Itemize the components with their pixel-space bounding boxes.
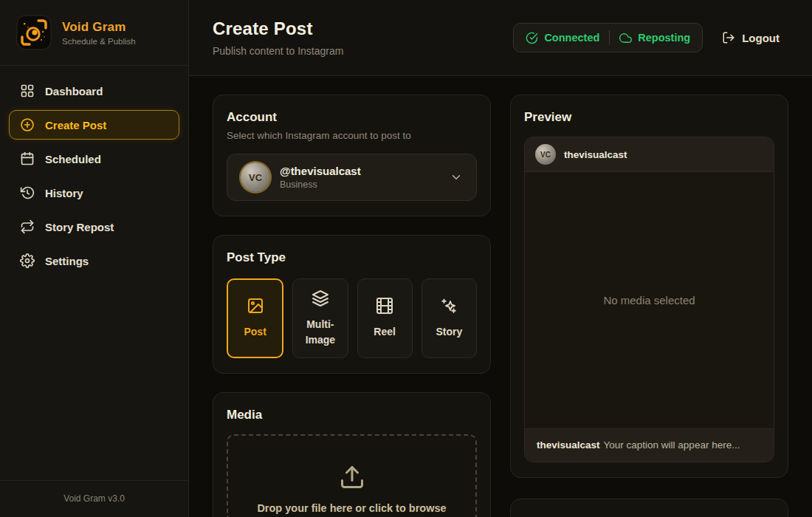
sidebar-item-history[interactable]: History [9, 178, 179, 208]
sidebar-item-scheduled[interactable]: Scheduled [9, 144, 179, 174]
image-icon [247, 297, 264, 315]
sidebar-item-label: Story Repost [45, 221, 114, 233]
app-tagline: Schedule & Publish [62, 37, 136, 46]
media-dropzone[interactable]: Drop your file here or click to browse [227, 434, 477, 517]
reposting-status-badge: Reposting [619, 32, 690, 44]
form-column: Account Select which Instagram account t… [213, 95, 491, 517]
app-name: Void Gram [62, 20, 136, 35]
chevron-down-icon [450, 171, 463, 184]
post-type-label: Story [436, 324, 462, 339]
sidebar: Void Gram Schedule & Publish Dashboard C… [0, 0, 189, 517]
connected-status-label: Connected [544, 32, 599, 44]
sidebar-item-label: Dashboard [45, 85, 103, 97]
upload-icon [339, 464, 365, 490]
sidebar-item-dashboard[interactable]: Dashboard [9, 76, 179, 106]
film-icon [376, 297, 393, 315]
preview-media-area: No media selected [525, 172, 774, 428]
preview-column: Preview VC thevisualcast No media select… [510, 95, 788, 517]
sparkles-icon [440, 297, 458, 315]
instagram-post-preview: VC thevisualcast No media selected thevi… [524, 137, 774, 462]
account-handle: @thevisualcast [280, 165, 361, 177]
post-type-label: Reel [374, 324, 396, 339]
sidebar-item-label: Scheduled [45, 153, 101, 165]
sidebar-item-label: Create Post [45, 119, 106, 131]
plus-circle-icon [20, 117, 35, 132]
account-card-title: Account [227, 110, 477, 125]
sidebar-item-story-repost[interactable]: Story Repost [9, 212, 179, 242]
repeat-icon [20, 219, 35, 234]
layers-icon [312, 290, 329, 307]
no-media-placeholder: No media selected [603, 294, 695, 307]
page-subtitle: Publish content to Instagram [213, 45, 343, 57]
account-avatar: VC [241, 162, 270, 192]
content-area: Account Select which Instagram account t… [189, 76, 812, 517]
post-type-card-title: Post Type [227, 250, 477, 265]
history-icon [20, 185, 35, 200]
post-type-card: Post Type Post Multi-Image [213, 235, 491, 374]
grid-icon [20, 83, 35, 98]
account-card: Account Select which Instagram account t… [213, 95, 491, 216]
preview-caption-placeholder: Your caption will appear here... [604, 439, 740, 451]
check-circle-icon [526, 32, 538, 44]
account-card-subtitle: Select which Instagram account to post t… [227, 130, 477, 141]
dropzone-text: Drop your file here or click to browse [257, 502, 446, 514]
cloud-icon [619, 32, 632, 44]
sidebar-item-settings[interactable]: Settings [9, 246, 179, 275]
next-section-card [510, 499, 788, 517]
media-card-title: Media [227, 408, 477, 422]
sidebar-item-create-post[interactable]: Create Post [9, 110, 179, 140]
app-version: Void Gram v3.0 [0, 480, 188, 517]
calendar-icon [20, 151, 35, 166]
preview-post-header: VC thevisualcast [525, 137, 774, 172]
page-title: Create Post [213, 18, 343, 39]
status-badge-group: Connected Reposting [513, 23, 703, 52]
sidebar-item-label: History [45, 187, 83, 199]
sidebar-nav: Dashboard Create Post Scheduled History … [0, 66, 188, 480]
account-type: Business [280, 179, 361, 190]
preview-caption: thevisualcastYour caption will appear he… [525, 428, 774, 462]
preview-username: thevisualcast [564, 149, 627, 160]
badge-divider [609, 30, 610, 45]
main-area: Create Post Publish content to Instagram… [189, 0, 812, 517]
media-card: Media Drop your file here or click to br… [213, 392, 491, 517]
app-logo-icon [16, 15, 52, 50]
connected-status-badge: Connected [526, 32, 599, 44]
preview-avatar: VC [535, 144, 556, 165]
reposting-status-label: Reposting [638, 32, 690, 44]
logout-button[interactable]: Logout [722, 31, 780, 44]
app-logo-block: Void Gram Schedule & Publish [0, 0, 188, 66]
preview-card: Preview VC thevisualcast No media select… [510, 95, 788, 478]
post-type-option-multi-image[interactable]: Multi-Image [292, 278, 348, 358]
sidebar-item-label: Settings [45, 255, 89, 267]
post-type-option-post[interactable]: Post [227, 278, 283, 358]
post-type-option-reel[interactable]: Reel [357, 278, 413, 358]
logout-label: Logout [742, 32, 780, 44]
account-select[interactable]: VC @thevisualcast Business [227, 154, 477, 201]
post-type-label: Post [244, 324, 266, 339]
preview-card-title: Preview [524, 110, 774, 125]
post-type-label: Multi-Image [297, 317, 343, 347]
gear-icon [20, 253, 35, 268]
logout-icon [722, 31, 735, 44]
preview-caption-username: thevisualcast [537, 439, 600, 451]
post-type-option-story[interactable]: Story [422, 278, 477, 358]
topbar: Create Post Publish content to Instagram… [189, 0, 812, 76]
